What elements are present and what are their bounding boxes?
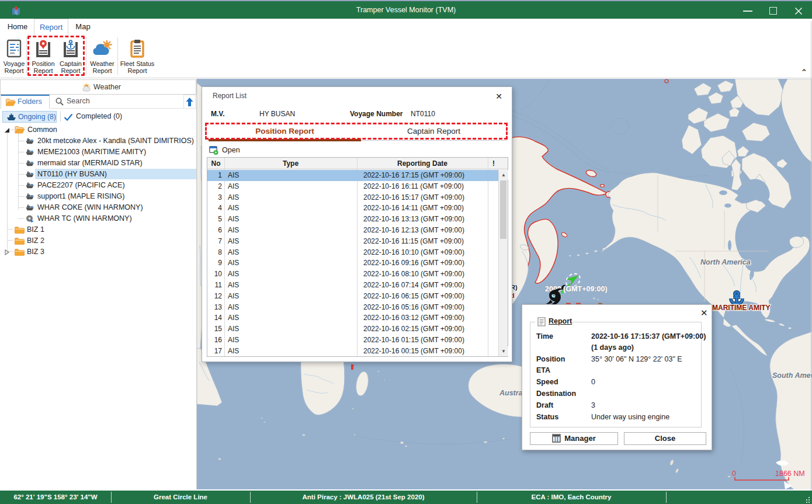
svg-text:North America: North America	[700, 258, 751, 266]
svg-text:MARITIME AMITY: MARITIME AMITY	[712, 304, 771, 312]
svg-text:0: 0	[732, 470, 736, 478]
svg-text:South Ameri: South Ameri	[772, 371, 812, 380]
svg-text:D: D	[552, 293, 556, 298]
svg-text:Austral: Austral	[499, 389, 525, 397]
svg-text:1866 NM: 1866 NM	[775, 470, 805, 478]
